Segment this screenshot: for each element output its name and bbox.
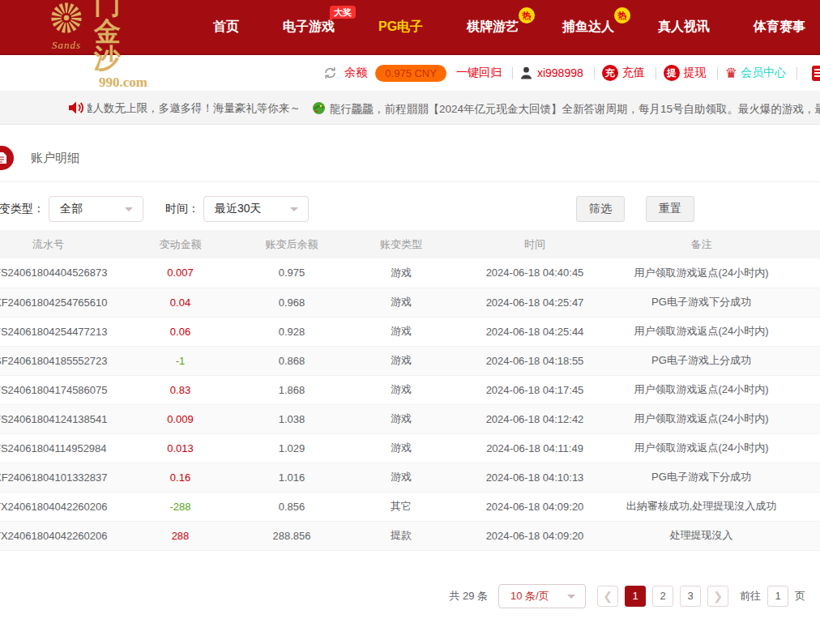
- table-row: FS240618042544772130.060.928游戏2024-06-18…: [0, 317, 820, 346]
- serial-cell: XF24061804101332837: [0, 463, 130, 492]
- recharge-button[interactable]: 充 充值: [602, 65, 645, 81]
- speaker-icon: [68, 100, 84, 117]
- brand-logo[interactable]: Sands 澳门金沙 賭場 990.com: [49, 0, 152, 89]
- prize-badge: 大奖: [330, 6, 356, 19]
- goto-page-input[interactable]: [767, 586, 788, 607]
- divider: [512, 67, 513, 79]
- type-cell: 游戏: [352, 317, 450, 346]
- balance-cell: 0.856: [231, 492, 352, 521]
- remark-cell: 用户领取游戏返点(24小时内): [604, 258, 820, 288]
- amount-cell: -288: [130, 492, 231, 521]
- remark-cell: 用户领取游戏返点(24小时内): [604, 404, 820, 433]
- time-cell: 2024-06-18 04:17:45: [450, 375, 604, 404]
- header-time: 时间: [450, 230, 604, 258]
- nav-item-fishing[interactable]: 捕鱼达人热: [562, 19, 614, 36]
- page-button-3[interactable]: 3: [680, 586, 701, 607]
- member-center-button[interactable]: ♛ 会员中心: [725, 66, 786, 80]
- amount-cell: 0.04: [130, 288, 231, 317]
- total-count: 共 29 条: [449, 589, 488, 603]
- chevron-down-icon: [567, 595, 575, 599]
- account-detail-icon: [0, 146, 14, 170]
- nav-item-sports[interactable]: 体育赛事: [754, 19, 805, 36]
- serial-cell: FS24061804254477213: [0, 317, 130, 346]
- nav-item-pg-electronic[interactable]: PG电子: [378, 19, 423, 36]
- transactions-table: 流水号 变动金额 账变后余额 账变类型 时间 备注 FS240618044045…: [0, 230, 820, 551]
- type-cell: 提款: [352, 521, 450, 550]
- amount-cell: 0.013: [130, 433, 231, 463]
- type-cell: 游戏: [352, 288, 450, 317]
- table-row: SF24061804185552723-10.868游戏2024-06-18 0…: [0, 346, 820, 375]
- balance-cell: 1.029: [231, 433, 352, 463]
- page-button-1[interactable]: 1: [625, 586, 646, 607]
- time-cell: 2024-06-18 04:12:42: [450, 404, 604, 433]
- remark-cell: 出納審核成功,处理提现沒入成功: [604, 492, 820, 521]
- refresh-icon[interactable]: [323, 66, 337, 79]
- nav-item-electronic-games[interactable]: 电子游戏大奖: [283, 19, 335, 36]
- nav-item-board-games[interactable]: 棋牌游艺热: [467, 19, 519, 36]
- time-cell: 2024-06-18 04:09:20: [450, 492, 604, 521]
- goto-label: 前往: [740, 589, 761, 603]
- divider: [797, 67, 797, 79]
- page-button-2[interactable]: 2: [652, 586, 673, 607]
- announcement-bar: 邀人数无上限，多邀多得！海量豪礼等你来～ 龍行龘龘，前程朤朤【2024年亿元现金…: [0, 91, 820, 125]
- brand-script: Sands: [52, 39, 81, 52]
- balance-cell: 0.868: [231, 346, 352, 375]
- user-icon: [520, 66, 532, 79]
- username[interactable]: xi998998: [537, 66, 583, 79]
- table-row: FS240618041241385410.0091.038游戏2024-06-1…: [0, 404, 820, 433]
- amount-cell: -1: [130, 346, 231, 375]
- chevron-down-icon: [290, 207, 298, 211]
- brand-name: 澳门金沙: [94, 0, 140, 72]
- type-cell: 游戏: [352, 375, 450, 404]
- serial-cell: XF24061804254765610: [0, 288, 130, 317]
- reset-button[interactable]: 重置: [646, 196, 694, 222]
- announcement-message-1: 邀人数无上限，多邀多得！海量豪礼等你来～: [88, 101, 298, 116]
- balance-cell: 1.016: [231, 463, 352, 492]
- table-row: TX24061804042260206-2880.856其它2024-06-18…: [0, 492, 820, 521]
- amount-cell: 288: [130, 521, 231, 550]
- filter-button[interactable]: 筛选: [576, 196, 625, 222]
- one-key-return-button[interactable]: 一键回归: [456, 66, 502, 80]
- time-cell: 2024-06-18 04:10:13: [450, 463, 604, 492]
- page-title: 账户明细: [31, 151, 79, 166]
- serial-cell: TX24061804042260206: [0, 521, 130, 550]
- type-filter-label: 账变类型：: [0, 202, 45, 216]
- type-cell: 游戏: [352, 258, 450, 288]
- top-header: Sands 澳门金沙 賭場 990.com 首页 电子游戏大奖 PG电子 棋牌游…: [0, 0, 820, 55]
- header-remark: 备注: [604, 230, 820, 258]
- hot-badge: 热: [614, 7, 630, 23]
- table-header-row: 流水号 变动金额 账变后余额 账变类型 时间 备注: [0, 230, 820, 258]
- type-cell: 游戏: [352, 433, 450, 463]
- next-page-button[interactable]: ❯: [707, 586, 728, 607]
- records-icon[interactable]: [812, 66, 820, 81]
- type-cell: 游戏: [352, 404, 450, 433]
- remark-cell: 处理提现沒入: [604, 521, 820, 550]
- crown-icon: ♛: [725, 66, 737, 80]
- nav-item-home[interactable]: 首页: [213, 19, 239, 36]
- amount-cell: 0.06: [130, 317, 231, 346]
- divider: [594, 67, 595, 79]
- type-cell: 游戏: [352, 346, 450, 375]
- amount-cell: 0.16: [130, 463, 231, 492]
- balance-cell: 288.856: [231, 521, 352, 550]
- type-filter-dropdown[interactable]: 全部: [49, 196, 143, 222]
- nav-item-live-casino[interactable]: 真人视讯: [658, 19, 710, 36]
- time-filter-dropdown[interactable]: 最近30天: [203, 196, 309, 222]
- serial-cell: FS24061804404526873: [0, 258, 130, 288]
- remark-cell: 用户领取游戏返点(24小时内): [604, 375, 820, 404]
- divider: [717, 67, 718, 79]
- withdraw-icon: 提: [664, 65, 680, 81]
- brand-domain: 990.com: [94, 75, 152, 89]
- header-balance: 账变后余额: [231, 230, 352, 258]
- prev-page-button[interactable]: ❮: [597, 586, 618, 607]
- announcement-message-2: 龍行龘龘，前程朤朤【2024年亿元现金大回馈】全新答谢周期，每月15号自助领取。…: [312, 101, 820, 117]
- withdraw-button[interactable]: 提 提现: [664, 65, 707, 81]
- time-filter-label: 时间：: [165, 202, 199, 216]
- amount-cell: 0.83: [130, 375, 231, 404]
- goto-suffix: 页: [795, 589, 805, 603]
- filter-row: 账变类型： 全部 时间： 最近30天 筛选 重置: [0, 196, 820, 222]
- per-page-dropdown[interactable]: 10 条/页: [498, 584, 586, 608]
- remark-cell: 用户领取游戏返点(24小时内): [604, 317, 820, 346]
- time-cell: 2024-06-18 04:40:45: [450, 258, 604, 288]
- title-section: 账户明细: [0, 125, 820, 182]
